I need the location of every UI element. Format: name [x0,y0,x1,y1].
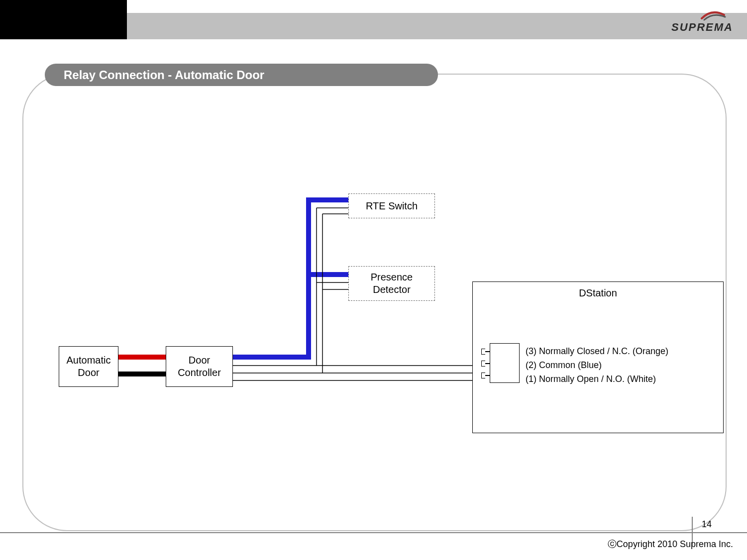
door-controller-label: Door Controller [178,354,221,379]
page-number: 14 [702,519,712,530]
footer-line [0,532,747,533]
connector-pin-3-icon [481,349,490,355]
pin-3-label: (3) Normally Closed / N.C. (Orange) [526,344,668,358]
automatic-door-box: Automatic Door [59,346,118,387]
presence-detector-box: Presence Detector [348,266,435,301]
pin-1-label: (1) Normally Open / N.O. (White) [526,372,668,386]
pin-labels: (3) Normally Closed / N.C. (Orange) (2) … [526,344,668,386]
rte-switch-label: RTE Switch [366,200,418,212]
relay-connector [490,343,520,383]
presence-detector-label: Presence Detector [371,271,413,296]
dstation-label: DStation [579,287,617,299]
section-title: Relay Connection - Automatic Door [45,64,438,86]
automatic-door-label: Automatic Door [67,354,111,379]
rte-switch-box: RTE Switch [348,193,435,218]
door-controller-box: Door Controller [166,346,233,387]
pin-2-label: (2) Common (Blue) [526,358,668,372]
connector-pin-1-icon [481,373,490,378]
connector-pin-2-icon [481,361,490,367]
copyright-text: ⓒCopyright 2010 Suprema Inc. [608,538,733,550]
